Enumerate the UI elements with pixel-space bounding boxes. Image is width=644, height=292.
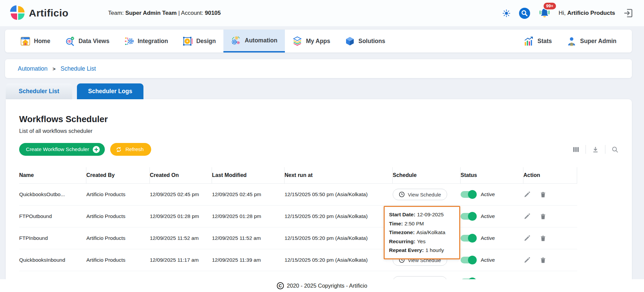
cell-name: FTPOutbound: [19, 206, 86, 227]
status-toggle[interactable]: [461, 235, 476, 242]
artificio-logo[interactable]: Artificio: [11, 6, 69, 20]
logout-icon[interactable]: [623, 8, 633, 18]
nav-item-stats[interactable]: Stats: [516, 30, 559, 52]
tooltip-timezone-label: Timezone:: [389, 229, 415, 235]
nav-item-home[interactable]: Home: [13, 30, 58, 52]
cell-created-on: 12/09/2025 02:45 pm: [150, 184, 212, 206]
column-header-name: Name: [19, 167, 86, 184]
cell-created-by: Artificio Products: [86, 227, 150, 249]
cell-created-on: 12/09/2025 01:28 pm: [150, 206, 212, 227]
view-schedule-button[interactable]: View Schedule: [393, 189, 447, 200]
nav-label-automation: Automation: [245, 37, 277, 44]
nav-item-data-views[interactable]: Data Views: [58, 30, 117, 52]
copyright-icon: C: [277, 282, 284, 289]
create-workflow-scheduler-button[interactable]: Create Workflow Scheduler: [19, 143, 105, 156]
page-title: Workflows Scheduler: [19, 114, 632, 124]
cell-name: QuickbooksOutbo...: [19, 184, 86, 206]
tooltip-start-date-label: Start Date:: [389, 212, 415, 217]
nav-label-stats: Stats: [538, 38, 552, 45]
notifications-bell-icon[interactable]: 99+: [539, 7, 551, 19]
footer-text: 2020 - 2025 Copyrights - Artificio: [287, 283, 367, 289]
edit-icon[interactable]: [523, 257, 530, 264]
my-apps-icon: [292, 36, 302, 46]
table-row: QuickbooksOutbo... Artificio Products 12…: [19, 184, 618, 206]
nav-label-super-admin: Super Admin: [580, 38, 616, 45]
account-number: 90105: [205, 10, 221, 16]
edit-icon[interactable]: [523, 213, 530, 220]
delete-icon[interactable]: [540, 191, 546, 198]
column-header-created-by: Created By: [86, 167, 150, 184]
team-account-info: Team: Super Admin Team | Account: 90105: [108, 10, 221, 16]
refresh-icon: [116, 146, 122, 153]
nav-item-design[interactable]: Design: [175, 30, 223, 52]
greeting-name: Artificio Products: [567, 10, 615, 16]
breadcrumb-automation[interactable]: Automation: [18, 65, 48, 72]
footer: C 2020 - 2025 Copyrights - Artificio: [0, 279, 644, 292]
greeting-prefix: Hi,: [559, 10, 566, 16]
tooltip-start-date-value: 12-09-2025: [417, 212, 443, 217]
column-header-next-run-at: Next run at: [285, 167, 393, 184]
search-icon[interactable]: [519, 7, 530, 19]
refresh-button[interactable]: Refresh: [110, 143, 151, 156]
columns-icon[interactable]: [572, 146, 579, 153]
delete-icon[interactable]: [540, 213, 546, 220]
data-views-icon: [65, 36, 75, 46]
download-icon[interactable]: [592, 146, 599, 153]
cell-last-modified: 12/09/2025 11:52 am: [212, 227, 285, 249]
cell-next-run-at: 12/15/2025 05:20 pm (Asia/Kolkata): [285, 206, 393, 227]
stats-icon: [524, 36, 534, 46]
top-header: Artificio Team: Super Admin Team | Accou…: [0, 0, 644, 26]
divider: [605, 145, 605, 154]
tooltip-timezone-value: Asia/Kolkata: [416, 229, 445, 235]
divider: [586, 145, 586, 154]
cell-last-modified: 12/09/2025 02:45 pm: [212, 184, 285, 206]
breadcrumb-chevron-icon: >: [53, 66, 56, 72]
tooltip-repeat-every-value: 1 hourly: [425, 247, 444, 253]
nav-item-my-apps[interactable]: My Apps: [285, 30, 338, 52]
super-admin-icon: [567, 36, 576, 46]
artificio-logo-icon: [11, 6, 25, 20]
schedule-details-tooltip: Start Date:12-09-2025 Time:2:50 PM Timez…: [384, 206, 460, 259]
delete-icon[interactable]: [540, 235, 546, 242]
delete-icon[interactable]: [540, 257, 546, 263]
nav-label-design: Design: [196, 38, 216, 45]
nav-item-solutions[interactable]: Solutions: [338, 30, 393, 52]
breadcrumb: Automation > Schedule List: [5, 59, 632, 78]
design-icon: [183, 36, 192, 46]
column-header-action: Action: [523, 167, 577, 184]
table-header-row: Name Created By Created On Last Modified…: [19, 167, 618, 184]
nav-item-integration[interactable]: Integration: [117, 30, 175, 52]
home-icon: [20, 36, 30, 46]
cell-last-modified: 12/09/2025 01:28 pm: [212, 206, 285, 227]
status-label: Active: [481, 191, 495, 197]
notification-count-badge: 99+: [543, 2, 557, 10]
edit-icon[interactable]: [523, 235, 530, 242]
table-row: FTPOutbound Artificio Products 12/09/202…: [19, 206, 618, 227]
edit-icon[interactable]: [523, 191, 530, 198]
cell-created-on: 12/09/2025 11:52 am: [150, 227, 212, 249]
workflows-scheduler-panel: Workflows Scheduler List of all workflow…: [6, 99, 632, 292]
breadcrumb-schedule-list[interactable]: Schedule List: [60, 65, 96, 72]
status-label: Active: [481, 235, 495, 241]
tooltip-time-label: Time:: [389, 221, 403, 226]
nav-item-automation[interactable]: Automation: [223, 30, 285, 52]
column-header-last-modified: Last Modified: [212, 167, 285, 184]
status-toggle[interactable]: [461, 213, 476, 220]
status-label: Active: [481, 257, 495, 263]
tooltip-repeat-every-label: Repeat Every:: [389, 247, 424, 253]
brightness-icon[interactable]: [502, 9, 511, 17]
clock-icon: [399, 191, 405, 197]
create-button-label: Create Workflow Scheduler: [26, 146, 89, 152]
status-toggle[interactable]: [461, 257, 476, 263]
cell-created-by: Artificio Products: [86, 184, 150, 206]
team-label: Team:: [108, 10, 124, 16]
user-greeting: Hi, Artificio Products: [559, 10, 615, 16]
tab-scheduler-list[interactable]: Scheduler List: [6, 83, 72, 99]
nav-item-super-admin[interactable]: Super Admin: [559, 30, 624, 52]
table-search-icon[interactable]: [611, 146, 618, 153]
table-row: FTPInbound Artificio Products 12/09/2025…: [19, 227, 618, 249]
nav-label-my-apps: My Apps: [306, 38, 330, 45]
status-toggle[interactable]: [461, 191, 476, 198]
cell-created-on: 12/09/2025 11:17 am: [150, 249, 212, 271]
tab-scheduler-logs[interactable]: Scheduler Logs: [77, 83, 143, 99]
